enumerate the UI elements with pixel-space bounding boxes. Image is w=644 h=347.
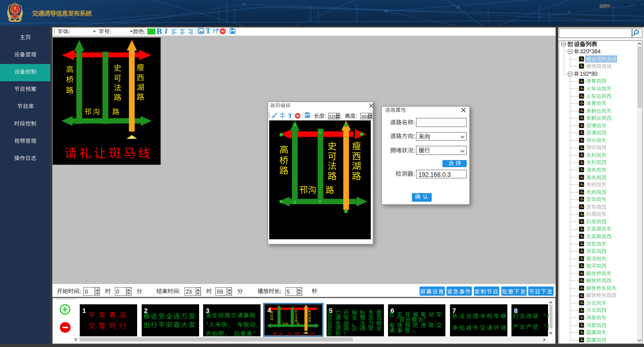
svg-text:3: 3 xyxy=(636,30,638,34)
